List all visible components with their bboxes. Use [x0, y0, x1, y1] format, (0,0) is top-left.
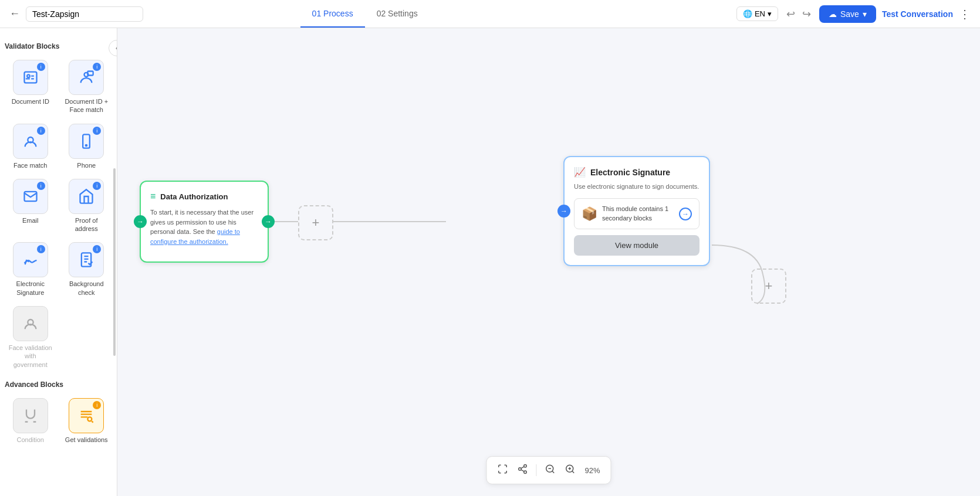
- info-dot: i: [37, 245, 45, 253]
- header-right: 🌐 EN ▾ ↩ ↪ ☁ Save ▾ Test Conversation ⋮: [736, 5, 971, 23]
- tab-process[interactable]: 01 Process: [300, 1, 365, 28]
- block-proof-address[interactable]: i Proof of address: [61, 176, 113, 236]
- node-data-authorization[interactable]: → ≡ Data Authorization To start, it is n…: [140, 181, 269, 263]
- block-document-id[interactable]: i Document ID: [5, 57, 56, 117]
- zoom-in-button[interactable]: [561, 460, 579, 480]
- data-auth-icon: ≡: [150, 191, 156, 202]
- advanced-section-title: Advanced Blocks: [5, 381, 112, 389]
- save-label: Save: [840, 9, 859, 19]
- block-document-face-icon: i: [69, 60, 104, 95]
- block-proof-address-label: Proof of address: [63, 216, 110, 233]
- node-plus-placeholder[interactable]: +: [298, 205, 333, 240]
- block-document-face-label: Document ID + Face match: [63, 97, 110, 114]
- undo-button[interactable]: ↩: [784, 6, 797, 22]
- svg-point-6: [86, 144, 87, 145]
- block-esign-label: Electronic Signature: [7, 280, 54, 297]
- zoom-level-label: 92%: [581, 466, 603, 475]
- block-phone-icon: i: [69, 124, 104, 159]
- share-button[interactable]: [513, 460, 531, 480]
- block-email[interactable]: i Email: [5, 176, 56, 236]
- tab-settings[interactable]: 02 Settings: [365, 1, 430, 28]
- save-chevron-icon: ▾: [863, 9, 867, 19]
- info-dot: i: [93, 245, 101, 253]
- node-data-auth-left-connector: →: [134, 215, 147, 228]
- scrollbar[interactable]: [113, 168, 116, 355]
- info-dot: i: [93, 401, 101, 409]
- header-tabs: 01 Process 02 Settings: [300, 1, 430, 28]
- info-dot: i: [93, 182, 101, 190]
- secondary-arrow-button[interactable]: →: [679, 208, 692, 220]
- title-input[interactable]: [26, 6, 143, 22]
- canvas-toolbar: 92%: [486, 456, 611, 484]
- secondary-blocks-text: This module contains 1 secondary blocks: [602, 205, 674, 223]
- header: ← 01 Process 02 Settings 🌐 EN ▾ ↩ ↪ ☁ Sa…: [0, 0, 980, 28]
- block-face-match[interactable]: i Face match: [5, 121, 56, 172]
- block-esign[interactable]: i Electronic Signature: [5, 240, 56, 299]
- esign-node-icon: 📈: [574, 167, 586, 178]
- block-face-gov-label: Face validation with government: [7, 344, 54, 369]
- toolbar-divider: [536, 464, 536, 476]
- block-bg-check-icon: i: [69, 242, 104, 277]
- sidebar: ‹ Validator Blocks i Document ID i Docum…: [0, 28, 117, 496]
- block-face-match-label: Face match: [13, 161, 47, 169]
- node-esign-left-connector: →: [557, 205, 570, 218]
- sidebar-toggle-button[interactable]: ‹: [109, 40, 117, 56]
- node-data-auth-body: To start, it is necessary that the user …: [150, 208, 258, 246]
- block-condition: Condition: [5, 396, 56, 446]
- save-button[interactable]: ☁ Save ▾: [819, 5, 876, 23]
- block-bg-check-label: Background check: [63, 280, 110, 297]
- node-esign-subtitle: Use electronic signature to sign documen…: [574, 182, 699, 191]
- node-esign-title: Electronic Signature: [590, 168, 670, 177]
- validator-blocks-grid: i Document ID i Document ID + Face match…: [5, 57, 112, 371]
- block-email-label: Email: [22, 216, 39, 225]
- info-dot: i: [37, 127, 45, 135]
- chevron-down-icon: ▾: [768, 9, 772, 18]
- canvas: → ≡ Data Authorization To start, it is n…: [117, 28, 980, 496]
- globe-icon: 🌐: [743, 9, 752, 18]
- block-document-face[interactable]: i Document ID + Face match: [61, 57, 113, 117]
- back-button[interactable]: ←: [9, 8, 20, 20]
- block-face-gov: Face validation with government: [5, 304, 56, 371]
- block-face-match-icon: i: [13, 124, 48, 159]
- view-module-button[interactable]: View module: [574, 235, 699, 256]
- block-get-validations[interactable]: i Get validations: [61, 396, 113, 446]
- block-document-id-icon: i: [13, 60, 48, 95]
- block-get-validations-icon: i: [69, 398, 104, 433]
- validator-section-title: Validator Blocks: [5, 42, 112, 50]
- svg-point-14: [524, 471, 527, 474]
- node-plus-after-esign[interactable]: +: [751, 269, 786, 304]
- svg-line-21: [572, 471, 574, 473]
- cloud-icon: ☁: [829, 9, 837, 19]
- main-layout: ‹ Validator Blocks i Document ID i Docum…: [0, 28, 980, 496]
- redo-button[interactable]: ↪: [800, 6, 813, 22]
- svg-point-1: [27, 74, 30, 77]
- svg-point-12: [524, 465, 527, 468]
- block-email-icon: i: [13, 179, 48, 214]
- block-bg-check[interactable]: i Background check: [61, 240, 113, 299]
- block-get-validations-label: Get validations: [65, 436, 108, 444]
- info-dot: i: [93, 63, 101, 71]
- secondary-blocks-icon: 📦: [582, 206, 597, 222]
- fit-view-button[interactable]: [494, 460, 511, 480]
- block-esign-icon: i: [13, 242, 48, 277]
- node-data-auth-title: Data Authorization: [160, 192, 228, 201]
- language-button[interactable]: 🌐 EN ▾: [736, 6, 778, 21]
- svg-rect-0: [24, 72, 36, 83]
- lang-label: EN: [755, 9, 765, 18]
- test-conversation-button[interactable]: Test Conversation: [882, 9, 953, 19]
- svg-line-16: [521, 467, 524, 468]
- node-electronic-signature[interactable]: → 📈 Electronic Signature Use electronic …: [563, 156, 710, 266]
- svg-line-18: [552, 471, 554, 473]
- svg-point-10: [88, 417, 92, 421]
- block-phone-label: Phone: [77, 161, 96, 169]
- block-condition-label: Condition: [17, 436, 44, 444]
- info-dot: i: [37, 182, 45, 190]
- zoom-out-button[interactable]: [541, 460, 559, 480]
- advanced-blocks-grid: Condition i Get validations: [5, 396, 112, 446]
- block-condition-icon: [13, 398, 48, 433]
- node-esign-header: 📈 Electronic Signature: [574, 167, 699, 178]
- node-esign-inner-block: 📦 This module contains 1 secondary block…: [574, 198, 699, 229]
- more-options-button[interactable]: ⋮: [959, 7, 971, 21]
- undo-redo-group: ↩ ↪: [784, 6, 813, 22]
- block-phone[interactable]: i Phone: [61, 121, 113, 172]
